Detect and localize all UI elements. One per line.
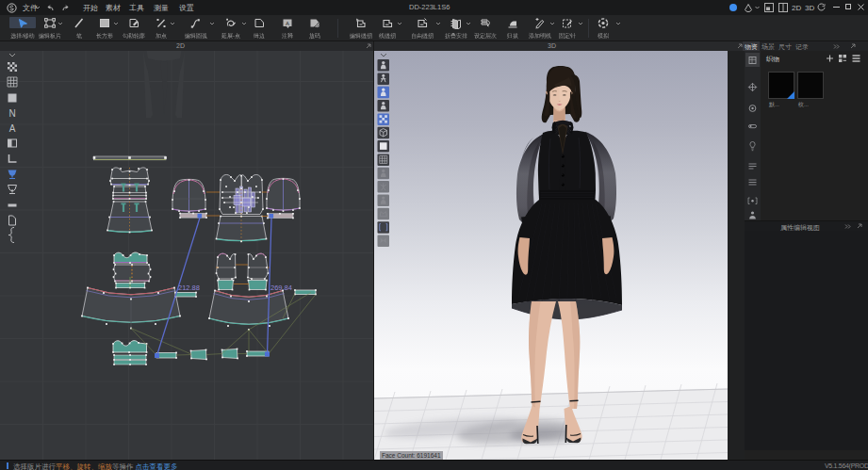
svg-text:N: N: [8, 108, 15, 119]
svg-text:212.88: 212.88: [178, 284, 200, 292]
svg-text:A: A: [9, 123, 16, 134]
svg-text:Face Count: 6191641: Face Count: 6191641: [382, 452, 441, 459]
svg-text:269.84: 269.84: [270, 284, 292, 292]
svg-text:3D: 3D: [805, 4, 814, 12]
svg-text:A: A: [286, 21, 289, 26]
svg-text:2D: 2D: [792, 4, 801, 12]
